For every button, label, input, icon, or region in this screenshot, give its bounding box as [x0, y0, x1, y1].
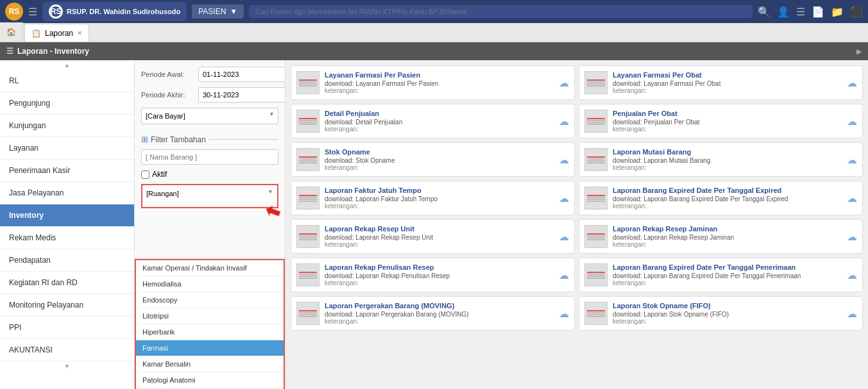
folder-icon[interactable]: 📁 — [831, 6, 844, 18]
report-download-9: download: Laporan Rekap Resep Jaminan — [613, 234, 842, 241]
periode-akhir-input[interactable] — [198, 87, 285, 103]
report-cloud-icon-11[interactable]: ☁ — [847, 269, 857, 281]
report-info-11: Laporan Barang Expired Date Per Tanggal … — [613, 263, 842, 286]
menu-icon[interactable]: ☰ — [796, 6, 805, 18]
hospital-info: RS RSUP. DR. Wahidin Sudirohusodo — [42, 2, 187, 21]
add-user-icon[interactable]: 👤 — [777, 6, 790, 18]
report-cloud-icon-2[interactable]: ☁ — [559, 115, 569, 128]
report-card-7[interactable]: Laporan Barang Expired Date Per Tanggal … — [579, 181, 863, 215]
report-download-0: download: Layanan Farmasi Per Pasien — [325, 80, 554, 87]
sidebar-item-pengunjung[interactable]: Pengunjung — [0, 92, 134, 115]
report-card-8[interactable]: Laporan Rekap Resep Unit download: Lapor… — [291, 219, 575, 254]
pasien-selector[interactable]: PASIEN ▼ — [192, 4, 244, 19]
report-info-7: Laporan Barang Expired Date Per Tanggal … — [613, 186, 842, 210]
report-thumb-13 — [584, 302, 608, 325]
section-expand-icon[interactable]: ▶ — [856, 48, 862, 55]
logout-icon[interactable]: ⬛ — [850, 6, 863, 18]
periode-akhir-label: Periode Akhir: — [141, 91, 196, 99]
periode-awal-input[interactable] — [198, 67, 285, 82]
document-icon[interactable]: 📄 — [812, 6, 824, 18]
report-thumb-12 — [296, 302, 319, 325]
home-tab[interactable]: 🏠 — [0, 22, 23, 42]
filter-tambahan-line — [208, 139, 278, 140]
report-cloud-icon-9[interactable]: ☁ — [847, 231, 857, 243]
sidebar-item-akuntansi[interactable]: AKUNTANSI — [0, 339, 134, 361]
sidebar-item-inventory[interactable]: Inventory — [0, 204, 134, 227]
cara-bayar-select[interactable]: [Cara Bayar] — [141, 108, 278, 124]
sidebar-item-layanan[interactable]: Layanan — [0, 137, 134, 160]
sidebar-item-penerimaan-kasir[interactable]: Penerimaan Kasir — [0, 160, 134, 182]
report-card-5[interactable]: Laporan Mutasi Barang download: Laporan … — [579, 142, 863, 177]
sidebar-item-kunjungan[interactable]: Kunjungan — [0, 115, 134, 137]
nama-barang-input[interactable] — [141, 149, 278, 165]
search-input[interactable] — [249, 5, 753, 18]
laporan-tab[interactable]: 📋 Laporan ✕ — [24, 24, 89, 42]
section-menu-icon[interactable]: ☰ — [6, 47, 13, 56]
report-keterangan-0: keterangan: — [325, 87, 554, 94]
sidebar-item-pendapatan[interactable]: Pendapatan — [0, 249, 134, 272]
dropdown-item-5[interactable]: Farmasi — [136, 340, 284, 356]
report-title-10: Laporan Rekap Penulisan Resep — [325, 263, 554, 271]
report-download-7: download: Laporan Barang Expired Date Pe… — [613, 195, 842, 203]
sidebar-item-rekam-medis[interactable]: Rekam Medis — [0, 227, 134, 249]
report-cloud-icon-1[interactable]: ☁ — [847, 77, 857, 89]
report-card-6[interactable]: Laporan Faktur Jatuh Tempo download: Lap… — [291, 181, 575, 215]
sidebar-item-jasa-pelayanan[interactable]: Jasa Pelayanan — [0, 182, 134, 204]
report-cloud-icon-10[interactable]: ☁ — [559, 269, 569, 281]
report-cloud-icon-0[interactable]: ☁ — [559, 77, 569, 89]
ruangan-select[interactable]: [Ruangan] — [142, 185, 277, 202]
dropdown-item-0[interactable]: Kamar Operasi / Tindakan Invasif — [136, 260, 284, 276]
tab-icon: 📋 — [31, 29, 41, 38]
sidebar-scroll-up[interactable]: ▲ — [0, 60, 134, 70]
report-card-2[interactable]: Detail Penjualan download: Detail Penjua… — [291, 104, 575, 138]
report-cloud-icon-5[interactable]: ☁ — [847, 154, 857, 166]
report-card-13[interactable]: Laporan Stok Opname (FIFO) download: Lap… — [579, 296, 863, 331]
report-cloud-icon-3[interactable]: ☁ — [847, 115, 857, 128]
aktif-label: Aktif — [152, 170, 167, 179]
report-keterangan-5: keterangan: — [613, 164, 842, 171]
report-card-4[interactable]: Stok Opname download: Stok Opname ketera… — [291, 142, 575, 177]
report-card-1[interactable]: Layanan Farmasi Per Obat download: Layan… — [579, 65, 863, 100]
report-download-8: download: Laporan Rekap Resep Unit — [325, 234, 554, 241]
report-info-9: Laporan Rekap Resep Jaminan download: La… — [613, 225, 842, 248]
report-keterangan-13: keterangan: — [613, 318, 842, 325]
filter-tambahan-icon[interactable]: ⊞ — [141, 135, 148, 144]
sidebar-item-monitoring[interactable]: Monitoring Pelayanan — [0, 294, 134, 317]
report-cloud-icon-7[interactable]: ☁ — [847, 192, 857, 204]
sidebar-item-rl[interactable]: RL — [0, 70, 134, 92]
report-info-2: Detail Penjualan download: Detail Penjua… — [325, 110, 554, 133]
svg-text:RS: RS — [9, 7, 20, 16]
dropdown-item-1[interactable]: Hemodialisa — [136, 276, 284, 292]
report-cloud-icon-6[interactable]: ☁ — [559, 192, 569, 204]
report-cloud-icon-12[interactable]: ☁ — [559, 308, 569, 320]
report-card-9[interactable]: Laporan Rekap Resep Jaminan download: La… — [579, 219, 863, 254]
report-info-12: Laporan Pergerakan Barang (MOVING) downl… — [325, 302, 554, 325]
report-card-12[interactable]: Laporan Pergerakan Barang (MOVING) downl… — [291, 296, 575, 331]
sidebar-item-kegiatan-ri-rd[interactable]: Kegiatan RI dan RD — [0, 272, 134, 294]
sidebar-item-ppi[interactable]: PPI — [0, 317, 134, 339]
report-cloud-icon-8[interactable]: ☁ — [559, 231, 569, 243]
filter-tambahan-label: Filter Tambahan — [151, 135, 206, 144]
report-card-11[interactable]: Laporan Barang Expired Date Per Tanggal … — [579, 258, 863, 292]
dropdown-item-7[interactable]: Patologi Anatomi — [136, 372, 284, 388]
report-card-0[interactable]: Layanan Farmasi Per Pasien download: Lay… — [291, 65, 575, 100]
report-cloud-icon-13[interactable]: ☁ — [847, 308, 857, 320]
sidebar-scroll-down[interactable]: ▼ — [0, 361, 134, 371]
report-keterangan-11: keterangan: — [613, 279, 842, 286]
report-download-6: download: Laporan Faktur Jatuh Tempo — [325, 195, 554, 203]
report-card-3[interactable]: Penjualan Per Obat download: Penjualan P… — [579, 104, 863, 138]
search-icon[interactable]: 🔍 — [758, 6, 770, 18]
report-cloud-icon-4[interactable]: ☁ — [559, 154, 569, 166]
main-layout: ▲ RL Pengunjung Kunjungan Layanan Peneri… — [0, 60, 868, 389]
dropdown-item-6[interactable]: Kamar Bersalin — [136, 356, 284, 372]
aktif-checkbox[interactable] — [141, 170, 149, 179]
tab-close-icon[interactable]: ✕ — [77, 29, 82, 37]
dropdown-item-3[interactable]: Litotripsi — [136, 308, 284, 324]
dropdown-item-2[interactable]: Endoscopy — [136, 292, 284, 308]
topbar: RS ☰ RS RSUP. DR. Wahidin Sudirohusodo P… — [0, 0, 868, 23]
dropdown-item-4[interactable]: Hiperbarik — [136, 324, 284, 340]
hamburger-icon[interactable]: ☰ — [28, 6, 37, 18]
report-card-10[interactable]: Laporan Rekap Penulisan Resep download: … — [291, 258, 575, 292]
report-keterangan-1: keterangan: — [613, 87, 842, 94]
tab-label: Laporan — [45, 29, 73, 38]
